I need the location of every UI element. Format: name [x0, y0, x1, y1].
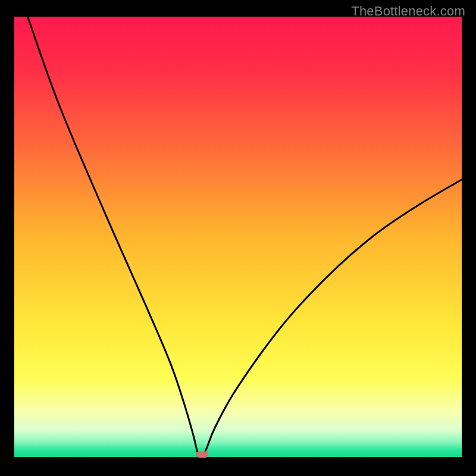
optimal-point-marker	[196, 452, 208, 458]
chart-plot-area	[14, 17, 462, 457]
svg-rect-0	[14, 17, 462, 457]
watermark-text: TheBottleneck.com	[351, 4, 465, 19]
chart-background-gradient	[14, 17, 462, 457]
chart-frame	[14, 17, 462, 457]
